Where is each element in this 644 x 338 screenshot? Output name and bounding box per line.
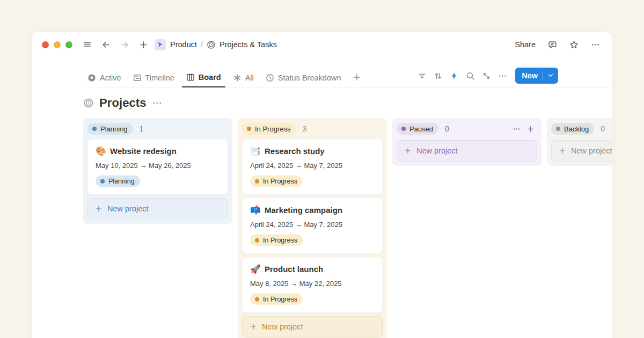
titlebar-actions: Share xyxy=(513,38,602,52)
column-menu-button[interactable] xyxy=(510,123,522,135)
research-study-emoji-icon: 📑 xyxy=(250,147,260,156)
tab-status-breakdown[interactable]: Status Breakdown xyxy=(261,71,346,87)
status-label: In Progress xyxy=(263,178,297,185)
card-website-redesign[interactable]: 🎨 Website redesign May 10, 2025 → May 26… xyxy=(87,139,228,195)
filter-icon xyxy=(418,71,427,80)
workspace-icon[interactable] xyxy=(155,39,166,50)
tab-timeline[interactable]: Timeline xyxy=(129,71,179,87)
breadcrumb-workspace[interactable]: Product xyxy=(170,40,197,49)
more-icon xyxy=(513,125,521,133)
column-header: In Progress 3 xyxy=(242,123,383,139)
star-icon xyxy=(569,40,579,49)
expand-icon xyxy=(482,71,491,80)
status-dot-icon xyxy=(255,238,259,243)
minimize-window-button[interactable] xyxy=(54,41,61,48)
comments-button[interactable] xyxy=(545,38,559,52)
status-dot-icon xyxy=(556,127,560,131)
new-project-button[interactable]: New project xyxy=(242,316,383,337)
more-button[interactable] xyxy=(496,69,509,83)
new-project-label: New project xyxy=(262,322,303,331)
new-project-label: New project xyxy=(416,146,458,155)
board: Planning 1 🎨 Website redesign May 10, 20… xyxy=(83,118,612,338)
search-button[interactable] xyxy=(464,69,477,83)
cursor-icon xyxy=(157,41,164,48)
share-button[interactable]: Share xyxy=(513,39,538,50)
card-status: In Progress xyxy=(250,293,375,305)
status-badge: In Progress xyxy=(250,234,303,246)
view-tabs: ActiveTimelineBoardAllStatus Breakdown xyxy=(83,70,369,87)
card-date-range: April 24, 2025 → May 7, 2025 xyxy=(250,221,375,229)
forward-button[interactable] xyxy=(118,38,131,52)
plus-icon xyxy=(353,73,361,82)
column-name: Planning xyxy=(100,125,128,133)
view-header: ActiveTimelineBoardAllStatus Breakdown N… xyxy=(83,68,612,87)
title-menu-button[interactable] xyxy=(152,98,163,108)
column-header-actions xyxy=(510,123,536,135)
page-title-row: Projects xyxy=(83,95,612,111)
nav-controls xyxy=(80,38,150,52)
more-icon xyxy=(591,40,600,49)
card-product-launch[interactable]: 🚀 Product launch May 8, 2025 → May 22, 2… xyxy=(242,257,383,313)
sidebar-toggle-button[interactable] xyxy=(80,38,94,52)
status-dot-icon xyxy=(92,127,97,131)
column-header: Paused 0 xyxy=(397,123,537,139)
plus-icon xyxy=(404,147,412,155)
tab-active[interactable]: Active xyxy=(83,71,126,87)
tab-label: Board xyxy=(199,73,221,82)
sort-button[interactable] xyxy=(431,69,445,83)
new-project-button[interactable]: New project xyxy=(551,140,612,161)
expand-button[interactable] xyxy=(480,69,493,83)
filter-button[interactable] xyxy=(415,69,429,83)
column-status-pill[interactable]: Paused xyxy=(397,123,438,135)
new-button-caret[interactable] xyxy=(543,68,558,84)
status-badge: In Progress xyxy=(250,175,303,187)
status-badge: In Progress xyxy=(250,293,303,305)
new-project-button[interactable]: New project xyxy=(87,198,228,219)
new-button[interactable]: New xyxy=(515,68,558,84)
favorite-button[interactable] xyxy=(567,38,581,52)
column-count: 1 xyxy=(140,124,144,133)
timeline-icon xyxy=(133,74,142,82)
column-add-button[interactable] xyxy=(524,123,536,135)
card-title-row: 🎨 Website redesign xyxy=(96,146,220,156)
zap-button[interactable] xyxy=(448,69,461,83)
close-window-button[interactable] xyxy=(42,41,49,48)
plus-icon xyxy=(559,147,566,155)
column-status-pill[interactable]: In Progress xyxy=(242,123,296,135)
status-label: In Progress xyxy=(263,237,297,244)
view-actions: New xyxy=(415,68,558,87)
tab-label: Status Breakdown xyxy=(278,74,341,82)
new-page-button[interactable] xyxy=(136,38,150,52)
card-research-study[interactable]: 📑 Research study April 24, 2025 → May 7,… xyxy=(242,139,383,195)
app-window: Product / Projects & Tasks Share ActiveT… xyxy=(32,32,612,338)
tab-board[interactable]: Board xyxy=(182,70,225,87)
column-planning: Planning 1 🎨 Website redesign May 10, 20… xyxy=(83,118,232,224)
comment-icon xyxy=(548,40,557,49)
plus-icon xyxy=(95,205,103,212)
card-title-row: 🚀 Product launch xyxy=(250,264,375,274)
tab-all[interactable]: All xyxy=(229,71,258,87)
back-button[interactable] xyxy=(99,38,113,52)
marketing-campaign-emoji-icon: 📫 xyxy=(250,206,260,215)
search-icon xyxy=(466,71,475,80)
card-date-range: May 8, 2025 → May 22, 2025 xyxy=(250,280,375,288)
breadcrumb-page[interactable]: Projects & Tasks xyxy=(219,40,277,49)
new-project-button[interactable]: New project xyxy=(397,140,537,161)
plus-icon xyxy=(250,323,257,330)
add-view-button[interactable] xyxy=(348,70,365,87)
more-options-button[interactable] xyxy=(588,38,602,52)
card-date-range: May 10, 2025 → May 26, 2025 xyxy=(96,161,220,170)
card-marketing-campaign[interactable]: 📫 Marketing campaign April 24, 2025 → Ma… xyxy=(242,198,383,254)
zoom-window-button[interactable] xyxy=(65,41,72,48)
tab-label: All xyxy=(245,74,254,82)
column-status-pill[interactable]: Backlog xyxy=(551,123,594,135)
more-icon xyxy=(498,71,507,80)
breadcrumb: Product / Projects & Tasks xyxy=(170,40,277,49)
status-dot-icon xyxy=(100,179,105,183)
tab-label: Timeline xyxy=(145,74,174,82)
column-status-pill[interactable]: Planning xyxy=(87,123,133,135)
website-redesign-emoji-icon: 🎨 xyxy=(96,147,105,156)
status-label: Planning xyxy=(108,178,135,185)
page-title[interactable]: Projects xyxy=(99,96,147,110)
target-icon xyxy=(83,98,94,108)
